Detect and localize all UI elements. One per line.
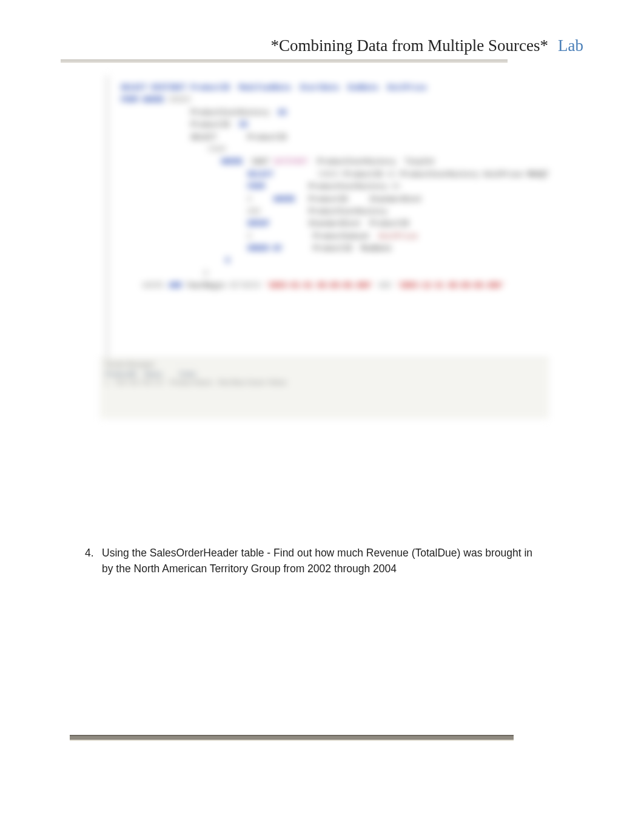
results-panel: Results Messages ProductID Name Color 1 … (100, 358, 549, 419)
header-divider (61, 59, 508, 63)
lab-label: Lab (558, 36, 583, 55)
footer-divider (70, 735, 514, 741)
results-tab-label: Results Messages (105, 361, 544, 368)
code-screenshot-blurred: SELECT DISTINCT ProductID ModifiedDate S… (100, 76, 549, 419)
question-text: Using the SalesOrderHeader table - Find … (102, 545, 535, 577)
results-row: 1 710 715 716 717 Product Name Red Blue … (105, 379, 544, 386)
sql-editor: SELECT DISTINCT ProductID ModifiedDate S… (106, 76, 549, 358)
results-header: ProductID Name Color (105, 370, 544, 377)
question-item: 4. Using the SalesOrderHeader table - Fi… (85, 545, 535, 577)
page-header: *Combining Data from Multiple Sources* L… (61, 36, 583, 63)
page-title: *Combining Data from Multiple Sources* (271, 36, 548, 55)
question-number: 4. (85, 545, 102, 561)
